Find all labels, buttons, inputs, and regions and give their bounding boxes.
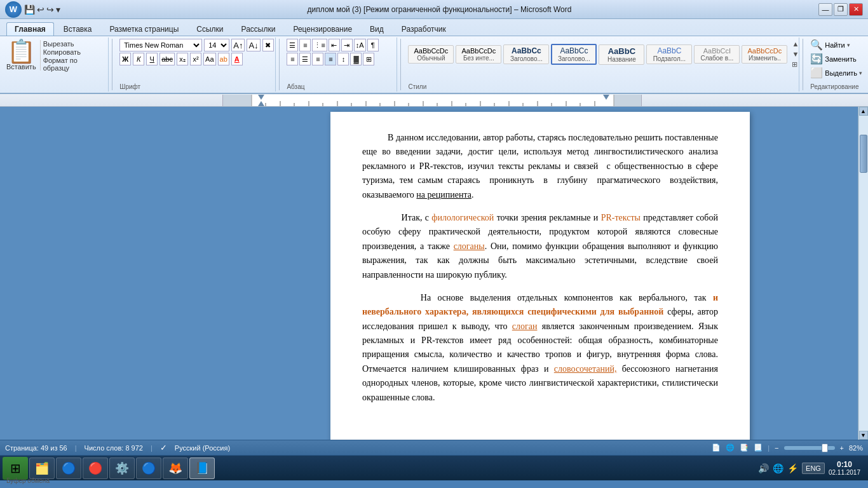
quick-access-toolbar: 💾 ↩ ↪ ▾ — [24, 4, 60, 15]
shading-button[interactable]: ▓ — [350, 53, 362, 65]
increase-indent-button[interactable]: ⇥ — [341, 39, 353, 51]
taskbar-hp[interactable]: 🔵 — [56, 458, 81, 479]
tab-home[interactable]: Главная — [6, 22, 54, 36]
scroll-track[interactable] — [859, 116, 868, 431]
save-icon[interactable]: 💾 — [24, 4, 35, 15]
style-no-spacing[interactable]: AaBbCcDc Без инте... — [456, 45, 501, 64]
decrease-font-button[interactable]: A↓ — [247, 39, 260, 51]
styles-more-arrow[interactable]: ⊞ — [790, 59, 799, 70]
paste-label[interactable]: Вставить — [6, 63, 36, 71]
find-button[interactable]: 🔍 Найти ▾ — [810, 39, 862, 51]
taskbar-word[interactable]: 📘 — [189, 458, 215, 479]
tray-sound-icon[interactable]: 🔊 — [758, 463, 769, 473]
taskbar-yandex[interactable]: 🦊 — [163, 458, 188, 479]
view-normal-icon[interactable]: 📄 — [712, 444, 721, 452]
zoom-out-button[interactable]: − — [775, 444, 778, 452]
tab-review[interactable]: Рецензирование — [285, 22, 360, 36]
quick-access-dropdown[interactable]: ▾ — [56, 4, 60, 15]
align-right-button[interactable]: ≡ — [312, 53, 323, 65]
clear-format-button[interactable]: ✖ — [262, 39, 274, 51]
list-buttons: ☰ ≡ ⋮≡ ⇤ ⇥ ↕A ¶ — [287, 39, 378, 51]
zoom-thumb[interactable] — [822, 444, 828, 452]
restore-button[interactable]: ❐ — [834, 3, 848, 16]
tab-developer[interactable]: Разработчик — [393, 22, 454, 36]
ribbon: Главная Вставка Разметка страницы Ссылки… — [0, 19, 868, 94]
sort-button[interactable]: ↕A — [354, 39, 366, 51]
tab-references[interactable]: Ссылки — [188, 22, 231, 36]
format-painter-button[interactable]: Формат по образцу — [43, 57, 105, 72]
scroll-down-button[interactable]: ▼ — [859, 431, 868, 440]
text-orange-bold-i: и невербального характера, являющихся сп… — [362, 293, 718, 316]
justify-button[interactable]: ≡ — [325, 53, 336, 65]
decrease-indent-button[interactable]: ⇤ — [329, 39, 340, 51]
cut-button[interactable]: Вырезать — [43, 40, 105, 48]
border-button[interactable]: ⊞ — [363, 53, 374, 65]
zoom-slider[interactable] — [784, 446, 835, 450]
view-web-icon[interactable]: 🌐 — [726, 444, 735, 452]
system-clock[interactable]: 0:10 02.11.2017 — [829, 460, 860, 476]
show-formatting-button[interactable]: ¶ — [367, 39, 379, 51]
style-change[interactable]: AaBbCcDc Изменить.. — [742, 45, 787, 64]
highlight-button[interactable]: ab — [218, 53, 229, 65]
style-heading1[interactable]: AaBbCc Заголово... — [503, 44, 549, 64]
copy-button[interactable]: Копировать — [43, 48, 105, 56]
font-size-select[interactable]: 14 — [204, 39, 229, 51]
multilevel-list-button[interactable]: ⋮≡ — [312, 39, 327, 51]
zoom-in-button[interactable]: + — [840, 444, 844, 452]
strikethrough-button[interactable]: abc — [159, 53, 175, 65]
subscript-button[interactable]: x₂ — [177, 53, 188, 65]
view-draft-icon[interactable]: 📃 — [754, 444, 763, 452]
font-color-button[interactable]: А — [231, 53, 243, 65]
styles-down-arrow[interactable]: ▼ — [790, 49, 799, 59]
scroll-thumb[interactable] — [860, 135, 867, 173]
clipboard-group-label: Буфер обмена — [6, 477, 50, 484]
status-separator-2: | — [151, 444, 153, 452]
font-family-select[interactable]: Times New Roman — [119, 39, 202, 51]
style-title[interactable]: AaBbC Название — [599, 44, 644, 65]
close-button[interactable]: ✕ — [849, 3, 863, 16]
language-indicator[interactable]: ENG — [802, 463, 825, 474]
align-center-button[interactable]: ☰ — [299, 53, 311, 65]
tray-network-icon[interactable]: 🌐 — [773, 463, 783, 473]
ruler — [0, 94, 868, 107]
underline-button[interactable]: Ч — [146, 53, 158, 65]
bold-button[interactable]: Ж — [119, 53, 131, 65]
tab-layout[interactable]: Разметка страницы — [101, 22, 187, 36]
bullet-list-button[interactable]: ☰ — [287, 39, 298, 51]
view-read-icon[interactable]: 📑 — [740, 444, 749, 452]
font-format-row: Ж К Ч abc x₂ x² Аа ab А — [119, 53, 243, 65]
replace-button[interactable]: 🔄 Заменить — [810, 53, 862, 65]
line-spacing-button[interactable]: ↕ — [337, 53, 349, 65]
minimize-button[interactable]: — — [818, 3, 832, 16]
undo-icon[interactable]: ↩ — [37, 4, 44, 15]
taskbar-explorer[interactable]: 🗂️ — [29, 458, 55, 479]
italic-button[interactable]: К — [133, 53, 144, 65]
tab-insert[interactable]: Вставка — [55, 22, 100, 36]
taskbar-settings[interactable]: ⚙️ — [109, 458, 135, 479]
styles-up-arrow[interactable]: ▲ — [790, 39, 799, 49]
tab-mailings[interactable]: Рассылки — [233, 22, 284, 36]
scroll-up-button[interactable]: ▲ — [859, 107, 868, 116]
superscript-button[interactable]: x² — [190, 53, 201, 65]
increase-font-button[interactable]: A↑ — [231, 39, 245, 51]
redo-icon[interactable]: ↪ — [46, 4, 54, 15]
style-subtle[interactable]: AaBbCcI Слабое в... — [694, 45, 740, 64]
text-slogany: слоганы — [454, 241, 485, 251]
tray-power-icon[interactable]: ⚡ — [787, 463, 798, 473]
document-page[interactable]: В данном исследовании, автор работы, ста… — [330, 112, 750, 440]
case-button[interactable]: Аа — [203, 53, 216, 65]
select-button[interactable]: ⬜ Выделить ▾ — [810, 67, 862, 79]
start-button[interactable]: ⊞ — [3, 457, 28, 480]
taskbar-chrome[interactable]: 🔵 — [136, 458, 161, 479]
editing-group-label: Редактирование — [810, 83, 858, 90]
office-button[interactable]: W — [5, 1, 22, 18]
style-heading2[interactable]: AaBbCc Заголово... — [551, 44, 597, 65]
style-normal[interactable]: AaBbCcDc Обычный — [408, 45, 454, 64]
align-left-button[interactable]: ≡ — [287, 53, 298, 65]
main-area: В данном исследовании, автор работы, ста… — [0, 107, 868, 440]
paste-button[interactable]: 📋 — [7, 40, 36, 63]
numbered-list-button[interactable]: ≡ — [299, 39, 311, 51]
taskbar-app1[interactable]: 🔴 — [83, 458, 108, 479]
tab-view[interactable]: Вид — [362, 22, 392, 36]
style-subtitle[interactable]: AaBbC Подзагол... — [646, 44, 692, 64]
